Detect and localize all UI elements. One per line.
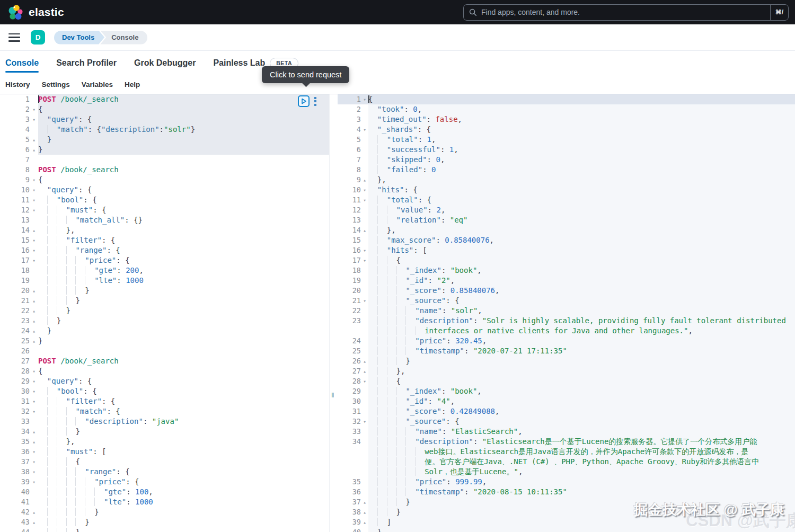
code-text[interactable]: } <box>38 336 329 346</box>
code-line[interactable]: 13 "match_all": {} <box>0 215 329 225</box>
fold-toggle-icon[interactable]: ▾ <box>30 467 38 477</box>
code-line[interactable]: 42▴ } <box>0 507 329 517</box>
code-text[interactable]: { <box>38 366 329 376</box>
fold-toggle-icon[interactable]: ▾ <box>361 185 368 195</box>
fold-toggle-icon[interactable]: ▾ <box>30 406 38 416</box>
code-line[interactable]: 24▴ } <box>0 326 329 336</box>
fold-toggle-icon[interactable]: ▾ <box>30 477 38 487</box>
code-line[interactable]: 27POST /book/_search <box>0 356 329 366</box>
code-text[interactable]: POST /book/_search <box>38 356 329 366</box>
menu-help[interactable]: Help <box>125 81 140 88</box>
fold-toggle-icon[interactable]: ▴ <box>30 517 38 527</box>
fold-toggle-icon[interactable]: ▴ <box>30 306 38 316</box>
code-line[interactable]: 44▴ } <box>0 527 329 532</box>
fold-toggle-icon[interactable]: ▴ <box>361 497 368 507</box>
code-text[interactable]: "filter": { <box>38 396 329 406</box>
fold-toggle-icon[interactable]: ▴ <box>30 316 38 326</box>
code-text[interactable]: "must": { <box>38 205 329 215</box>
code-text[interactable]: "range": { <box>38 245 329 255</box>
code-line[interactable]: 33 "description": "java" <box>0 416 329 427</box>
code-line[interactable]: 25▴} <box>0 336 329 346</box>
code-line[interactable]: 5▴ } <box>0 135 329 145</box>
fold-toggle-icon[interactable]: ▾ <box>30 185 38 195</box>
code-line[interactable]: 19 "lte": 1000 <box>0 276 329 286</box>
request-editor[interactable]: 1POST /book/_search2▾{3▾ "query": {4 "ma… <box>0 94 330 532</box>
code-line[interactable]: 22▴ } <box>0 306 329 316</box>
code-text[interactable]: "bool": { <box>38 386 329 396</box>
search-input[interactable] <box>481 8 770 16</box>
fold-toggle-icon[interactable]: ▾ <box>361 94 368 104</box>
code-line[interactable]: 29▾ "query": { <box>0 376 329 386</box>
code-text[interactable]: { <box>38 457 329 467</box>
panel-divider[interactable]: ‖ <box>330 94 338 532</box>
code-text[interactable]: { <box>38 175 329 185</box>
code-line[interactable]: 37▾ { <box>0 457 329 467</box>
code-line[interactable]: 4 "match": {"description":"solr"} <box>0 125 329 135</box>
fold-toggle-icon[interactable]: ▴ <box>30 336 38 346</box>
fold-toggle-icon[interactable]: ▾ <box>30 245 38 255</box>
code-text[interactable]: }, <box>38 225 329 235</box>
request-options-icon[interactable] <box>313 96 317 107</box>
resize-handle-icon[interactable]: ‖ <box>331 391 334 399</box>
fold-toggle-icon[interactable]: ▴ <box>30 225 38 235</box>
fold-toggle-icon[interactable]: ▾ <box>361 376 368 386</box>
fold-toggle-icon[interactable]: ▴ <box>30 437 38 447</box>
code-line[interactable]: 9▾{ <box>0 175 329 185</box>
fold-toggle-icon[interactable]: ▴ <box>361 175 368 185</box>
code-text[interactable]: "price": { <box>38 255 329 265</box>
code-text[interactable]: } <box>38 135 329 145</box>
code-line[interactable]: 26 <box>0 346 329 356</box>
code-line[interactable]: 43▴ } <box>0 517 329 527</box>
fold-toggle-icon[interactable]: ▾ <box>30 447 38 457</box>
code-text[interactable]: "lte": 1000 <box>38 497 329 507</box>
code-line[interactable]: 39▾ "price": { <box>0 477 329 487</box>
fold-toggle-icon[interactable]: ▴ <box>361 527 368 532</box>
fold-toggle-icon[interactable]: ▴ <box>30 527 38 532</box>
code-line[interactable]: 34▴ } <box>0 427 329 437</box>
code-text[interactable]: "description": "java" <box>38 416 329 427</box>
code-line[interactable]: 15▾ "filter": { <box>0 235 329 245</box>
code-text[interactable]: } <box>38 316 329 326</box>
fold-toggle-icon[interactable]: ▴ <box>30 286 38 296</box>
code-text[interactable]: }, <box>38 437 329 447</box>
fold-toggle-icon[interactable]: ▾ <box>361 296 368 306</box>
code-text[interactable]: POST /book/_search <box>38 94 329 104</box>
fold-toggle-icon[interactable]: ▴ <box>30 145 38 155</box>
fold-toggle-icon[interactable]: ▴ <box>30 507 38 517</box>
code-line[interactable]: 7 <box>0 155 329 165</box>
code-line[interactable]: 21▴ } <box>0 296 329 306</box>
code-line[interactable]: 38▾ "range": { <box>0 467 329 477</box>
tab-console[interactable]: Console <box>5 51 39 75</box>
fold-toggle-icon[interactable]: ▾ <box>30 255 38 265</box>
fold-toggle-icon[interactable]: ▾ <box>361 245 368 255</box>
fold-toggle-icon[interactable]: ▴ <box>361 366 368 376</box>
code-line[interactable]: 18 "gte": 200, <box>0 265 329 276</box>
code-line[interactable]: 10▾ "query": { <box>0 185 329 195</box>
fold-toggle-icon[interactable]: ▾ <box>30 386 38 396</box>
breadcrumb-console[interactable]: Console <box>100 31 147 45</box>
fold-toggle-icon[interactable]: ▴ <box>361 356 368 366</box>
fold-toggle-icon[interactable]: ▾ <box>30 104 38 114</box>
fold-toggle-icon[interactable]: ▾ <box>30 235 38 245</box>
code-line[interactable]: 6▴} <box>0 145 329 155</box>
fold-toggle-icon[interactable]: ▾ <box>30 376 38 386</box>
code-text[interactable] <box>38 346 329 356</box>
fold-toggle-icon[interactable]: ▾ <box>30 175 38 185</box>
code-line[interactable]: 35▴ }, <box>0 437 329 447</box>
code-line[interactable]: 28▾{ <box>0 366 329 376</box>
fold-toggle-icon[interactable]: ▴ <box>361 225 368 235</box>
code-text[interactable]: "match": { <box>38 406 329 416</box>
deployment-badge[interactable]: D <box>31 30 45 45</box>
code-text[interactable] <box>38 155 329 165</box>
fold-toggle-icon[interactable]: ▾ <box>361 255 368 265</box>
code-line[interactable]: 31▾ "filter": { <box>0 396 329 406</box>
code-text[interactable]: "query": { <box>38 114 329 125</box>
fold-toggle-icon[interactable]: ▾ <box>361 416 368 427</box>
tab-search-profiler[interactable]: Search Profiler <box>56 51 117 75</box>
code-text[interactable]: "must": [ <box>38 447 329 457</box>
code-text[interactable]: { <box>38 104 329 114</box>
code-line[interactable]: 20▴ } <box>0 286 329 296</box>
menu-history[interactable]: History <box>5 81 30 88</box>
menu-settings[interactable]: Settings <box>42 81 70 88</box>
code-text[interactable]: } <box>38 145 329 155</box>
